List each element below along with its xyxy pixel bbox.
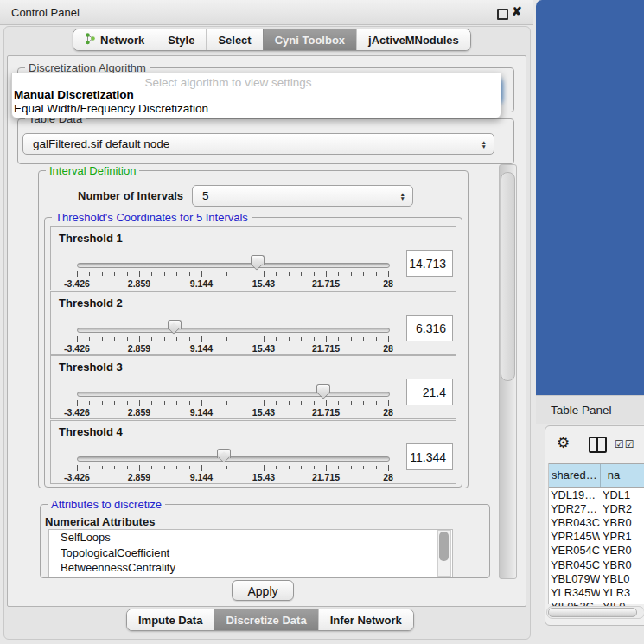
- tab-network[interactable]: Network: [73, 29, 156, 50]
- threshold-value-input[interactable]: 11.344: [406, 443, 453, 470]
- slider-thumb[interactable]: [251, 255, 265, 265]
- table-row[interactable]: YER054CYER0: [549, 544, 644, 558]
- interval-definition-title: Interval Definition: [46, 164, 139, 177]
- table-row[interactable]: YBR045CYBR0: [549, 558, 644, 571]
- float-window-icon[interactable]: [497, 9, 508, 20]
- table-row[interactable]: YPR145WYPR1: [549, 530, 644, 544]
- combo-stepper-icon: ▲▼: [481, 140, 487, 149]
- slider-tick: [388, 336, 389, 342]
- number-of-intervals-combobox[interactable]: 5 ▲▼: [192, 185, 413, 207]
- slider-thumb[interactable]: [217, 449, 231, 458]
- tab-impute-data[interactable]: Impute Data: [127, 609, 214, 630]
- slider-tick: [114, 337, 115, 341]
- numerical-attributes-list[interactable]: SelfLoopsTopologicalCoefficientBetweenne…: [48, 529, 453, 577]
- network-icon: [85, 32, 96, 48]
- slider-tick: [189, 401, 190, 405]
- slider-tick-label: 2.859: [128, 472, 150, 482]
- table-row[interactable]: YDL19…YDL1: [549, 488, 644, 501]
- table-row[interactable]: YBL079WYBL0: [549, 571, 644, 585]
- cell-name: YER0: [600, 544, 644, 557]
- slider-tick: [164, 337, 165, 341]
- slider-tick: [376, 401, 377, 405]
- slider-tick: [164, 272, 165, 276]
- tab-select[interactable]: Select: [206, 29, 262, 50]
- slider-tick: [314, 401, 315, 405]
- table-panel-title: Table Panel: [551, 404, 612, 417]
- slider-tick-label: 15.43: [252, 278, 275, 289]
- tab-jactivemnodules[interactable]: jActiveMNodules: [356, 29, 470, 50]
- cell-shared-name: YPR145W: [549, 530, 600, 543]
- slider-tick: [102, 272, 103, 276]
- panel-title: Control Panel: [11, 6, 80, 19]
- slider-tick: [89, 337, 90, 341]
- threshold-label: Threshold 4: [59, 425, 123, 438]
- slider-tick-label: 2.859: [128, 278, 150, 289]
- attribute-item-selfloops[interactable]: SelfLoops: [49, 530, 452, 545]
- slider-thumb[interactable]: [168, 320, 182, 329]
- slider-tick: [314, 272, 315, 276]
- slider-tick-label: 9.144: [190, 278, 213, 289]
- gear-icon[interactable]: ⚙: [557, 434, 570, 452]
- node-table[interactable]: shared… na YDL19…YDL1YDR27…YDR2YBR043CYB…: [548, 463, 644, 604]
- slider-tick: [151, 337, 152, 341]
- slider-track[interactable]: [77, 328, 390, 333]
- settings-scrollbar-thumb[interactable]: [501, 172, 515, 381]
- cyni-mode-tabstrip: Impute DataDiscretize DataInfer Network: [126, 609, 414, 631]
- attribute-item-betweennesscentrality[interactable]: BetweennessCentrality: [49, 560, 452, 576]
- toolbox-tabstrip: NetworkStyleSelectCyni ToolboxjActiveMNo…: [73, 29, 471, 51]
- cell-name: YBR0: [600, 558, 644, 571]
- slider-tick-label: 28: [383, 343, 393, 354]
- threshold-value-input[interactable]: 21.4: [406, 379, 453, 405]
- slider-thumb[interactable]: [316, 384, 330, 393]
- threshold-panel-4: Threshold 4-3.4262.8599.14415.4321.71528…: [50, 420, 456, 484]
- slider-tick-label: 15.43: [252, 407, 275, 418]
- attributes-group-title: Attributes to discretize: [48, 498, 165, 511]
- slider-tick: [363, 272, 364, 276]
- slider-tick: [351, 337, 352, 341]
- slider-tick-label: 2.859: [128, 343, 150, 354]
- checkboxes-icon[interactable]: ☑☑: [615, 438, 635, 450]
- attribute-item-topologicalcoefficient[interactable]: TopologicalCoefficient: [49, 545, 452, 561]
- threshold-value-input[interactable]: 6.316: [406, 315, 453, 341]
- slider-tick: [201, 336, 202, 342]
- slider-tick-label: 28: [383, 472, 393, 482]
- slider-tick-label: 15.43: [252, 343, 275, 354]
- slider-tick-label: 2.859: [128, 407, 150, 418]
- tab-label: Impute Data: [138, 614, 202, 627]
- slider-tick-label: 28: [383, 407, 393, 418]
- table-row[interactable]: YLR345WYLR3: [549, 585, 644, 599]
- popup-item-equal-width-frequency[interactable]: Equal Width/Frequency Discretization: [14, 102, 208, 115]
- tab-discretize-data[interactable]: Discretize Data: [214, 609, 317, 630]
- tab-style[interactable]: Style: [156, 29, 206, 50]
- column-header-shared-name[interactable]: shared…: [549, 464, 601, 487]
- table-data-combobox[interactable]: galFiltered.sif default node ▲▼: [22, 133, 494, 155]
- slider-tick: [226, 401, 227, 405]
- slider-tick: [226, 272, 227, 276]
- close-icon[interactable]: ✘: [512, 4, 522, 18]
- attributes-scrollbar-thumb[interactable]: [439, 532, 449, 561]
- slider-tick: [114, 272, 115, 276]
- slider-tick-label: -3.426: [64, 472, 90, 482]
- tab-cyni-toolbox[interactable]: Cyni Toolbox: [263, 29, 356, 50]
- slider-track[interactable]: [77, 392, 390, 397]
- popup-item-manual-discretization[interactable]: Manual Discretization: [14, 88, 134, 101]
- slider-tick-label: 28: [383, 278, 393, 289]
- slider-tick: [102, 337, 103, 341]
- table-rows: YDL19…YDL1YDR27…YDR2YBR043CYBR0YPR145WYP…: [549, 488, 644, 614]
- slider-tick-label: 21.715: [312, 472, 340, 482]
- table-hscrollbar-thumb[interactable]: [548, 608, 637, 617]
- columns-icon[interactable]: [589, 437, 607, 453]
- slider-tick: [388, 465, 389, 471]
- column-header-name[interactable]: na: [601, 464, 644, 487]
- table-row[interactable]: YDR27…YDR2: [549, 501, 644, 515]
- slider-tick: [189, 466, 190, 469]
- threshold-value-input[interactable]: 14.713: [406, 250, 453, 277]
- slider-track[interactable]: [77, 456, 390, 462]
- table-row[interactable]: YBR043CYBR0: [549, 515, 644, 529]
- cell-name: YBR0: [600, 516, 644, 529]
- slider-tick: [127, 401, 128, 405]
- threshold-label: Threshold 2: [59, 296, 123, 309]
- tab-infer-network[interactable]: Infer Network: [318, 609, 413, 630]
- slider-track[interactable]: [77, 263, 390, 268]
- apply-button[interactable]: Apply: [232, 580, 294, 601]
